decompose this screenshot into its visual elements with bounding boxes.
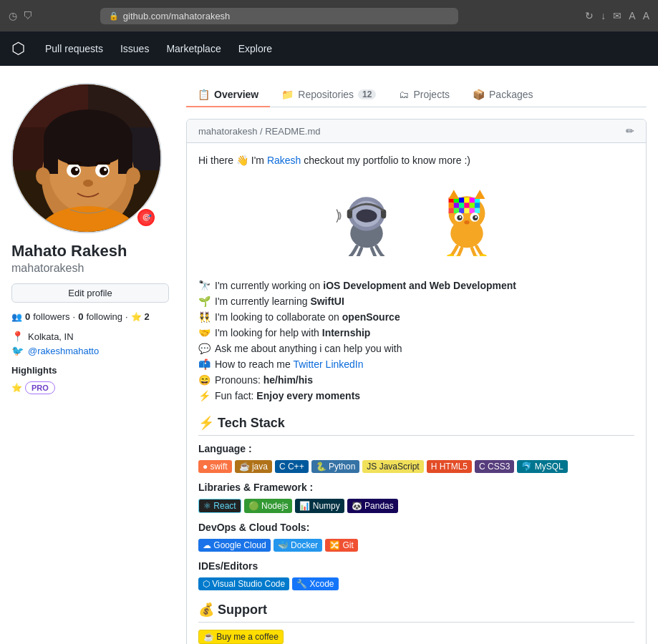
bullet-emoji: 🤝 bbox=[198, 327, 211, 338]
linkedin-link[interactable]: LinkedIn bbox=[326, 358, 364, 370]
tab-projects[interactable]: 🗂 Projects bbox=[387, 83, 461, 107]
download-icon[interactable]: ↓ bbox=[601, 10, 606, 21]
svg-point-20 bbox=[126, 167, 140, 185]
github-logo[interactable]: ⬡ bbox=[11, 39, 25, 58]
svg-rect-33 bbox=[464, 197, 469, 203]
svg-rect-38 bbox=[459, 203, 464, 208]
svg-point-18 bbox=[83, 180, 93, 187]
svg-rect-27 bbox=[381, 210, 386, 219]
repos-count: 12 bbox=[358, 89, 376, 99]
svg-rect-45 bbox=[464, 208, 469, 213]
twitter-link[interactable]: @rakeshmahatto bbox=[28, 346, 99, 356]
readme-edit-icon[interactable]: ✏ bbox=[626, 125, 634, 137]
followers-icon: 👥 bbox=[11, 312, 22, 322]
profile-icon-a2[interactable]: A bbox=[643, 10, 649, 21]
tab-overview[interactable]: 📋 Overview bbox=[186, 83, 270, 107]
badge-gcloud: ☁ Google Cloud bbox=[198, 539, 271, 552]
refresh-icon[interactable]: ↻ bbox=[585, 10, 594, 21]
tab-packages[interactable]: 📦 Packages bbox=[461, 83, 544, 107]
readme-breadcrumb: mahatorakesh / README.md bbox=[198, 126, 321, 137]
nav-issues[interactable]: Issues bbox=[112, 37, 158, 60]
badge-docker: 🐳 Docker bbox=[274, 539, 322, 552]
repos-icon: 📁 bbox=[281, 89, 294, 100]
devops-badges: ☁ Google Cloud 🐳 Docker 🔀 Git bbox=[198, 539, 634, 552]
svg-rect-26 bbox=[347, 210, 352, 219]
svg-point-54 bbox=[459, 216, 461, 218]
svg-rect-41 bbox=[474, 203, 479, 208]
octocat-2 bbox=[431, 185, 503, 256]
pro-badge-container: ⭐ PRO bbox=[11, 381, 169, 394]
badge-numpy: 📊 Numpy bbox=[295, 499, 344, 513]
edit-profile-button[interactable]: Edit profile bbox=[11, 283, 169, 303]
separator2: · bbox=[125, 311, 128, 322]
bullet-emoji: 📫 bbox=[198, 358, 211, 370]
twitter-readme-link[interactable]: Twitter bbox=[293, 358, 322, 370]
bullet-emoji: 👯 bbox=[198, 311, 211, 323]
mail-icon[interactable]: ✉ bbox=[613, 10, 621, 21]
highlights-section: Highlights ⭐ PRO bbox=[11, 365, 169, 394]
intro-rest: checkout my portfolio to know more :) bbox=[301, 155, 470, 166]
bullet-collaborate: 👯I'm looking to collaborate on openSourc… bbox=[198, 309, 634, 325]
badge-vscode: ⬡ Visual Studio Code bbox=[198, 577, 289, 590]
address-bar[interactable]: 🔒 github.com/mahatorakesh bbox=[100, 8, 458, 24]
badge-mysql: 🐬 MySQL bbox=[517, 460, 567, 473]
content-area: 📋 Overview 📁 Repositories 12 🗂 Projects … bbox=[186, 83, 647, 644]
back-icon[interactable]: ◷ bbox=[9, 10, 17, 21]
main-layout: 🎯 Mahato Rakesh mahatorakesh Edit profil… bbox=[0, 66, 658, 644]
svg-point-14 bbox=[75, 168, 78, 171]
following-count[interactable]: 0 bbox=[78, 311, 83, 322]
highlights-title: Highlights bbox=[11, 365, 169, 376]
buymecoffee-badge[interactable]: ☕ Buy me a coffee bbox=[198, 630, 284, 644]
avatar-container: 🎯 bbox=[11, 83, 162, 233]
badge-xcode: 🔧 Xcode bbox=[292, 577, 338, 590]
profile-name: Mahato Rakesh bbox=[11, 242, 169, 260]
svg-rect-40 bbox=[469, 203, 474, 208]
followers-label: followers bbox=[33, 311, 69, 322]
badge-css3: C CSS3 bbox=[475, 460, 514, 473]
svg-rect-17 bbox=[96, 162, 110, 165]
sidebar: 🎯 Mahato Rakesh mahatorakesh Edit profil… bbox=[11, 83, 169, 644]
bullet-reach: 📫How to reach me Twitter LinkedIn bbox=[198, 356, 634, 372]
svg-point-25 bbox=[356, 210, 377, 223]
tab-repositories[interactable]: 📁 Repositories 12 bbox=[270, 83, 387, 107]
star-icon-highlight: ⭐ bbox=[11, 383, 22, 393]
nav-pull-requests[interactable]: Pull requests bbox=[37, 37, 112, 60]
overview-icon: 📋 bbox=[198, 89, 210, 100]
pro-badge: PRO bbox=[25, 381, 55, 394]
bullet-emoji: 💬 bbox=[198, 343, 211, 354]
badge-html5: H HTML5 bbox=[427, 460, 472, 473]
svg-rect-44 bbox=[459, 208, 464, 213]
svg-rect-42 bbox=[448, 208, 453, 213]
bullet-emoji: 🌱 bbox=[198, 296, 211, 307]
svg-rect-43 bbox=[453, 208, 458, 213]
nav-marketplace[interactable]: Marketplace bbox=[158, 37, 229, 60]
svg-rect-46 bbox=[469, 208, 474, 213]
profile-icon-a1[interactable]: A bbox=[629, 10, 635, 21]
rakesh-link[interactable]: Rakesh bbox=[267, 155, 301, 166]
packages-icon: 📦 bbox=[473, 89, 485, 100]
star-icon: ⭐ bbox=[131, 312, 142, 322]
location-icon: 📍 bbox=[11, 331, 24, 342]
nav-explore[interactable]: Explore bbox=[230, 37, 281, 60]
profile-meta: 📍 Kolkata, IN 🐦 @rakeshmahatto bbox=[11, 331, 169, 356]
bullet-text: How to reach me Twitter LinkedIn bbox=[215, 358, 364, 370]
bullet-text: Pronouns: he/him/his bbox=[215, 374, 313, 386]
following-label: following bbox=[86, 311, 122, 322]
svg-point-58 bbox=[453, 255, 461, 256]
bullet-emoji: ⚡ bbox=[198, 390, 211, 401]
language-badges: ● swift ☕ java C C++ 🐍 Python JS JavaScr… bbox=[198, 460, 634, 473]
shield-icon[interactable]: ⛉ bbox=[23, 10, 33, 21]
svg-rect-34 bbox=[469, 197, 474, 203]
location-text: Kolkata, IN bbox=[28, 331, 74, 342]
svg-point-19 bbox=[36, 167, 50, 185]
bullet-askme: 💬Ask me about anything i can help you wi… bbox=[198, 341, 634, 356]
bullet-emoji: 🔭 bbox=[198, 280, 211, 291]
svg-point-55 bbox=[475, 216, 477, 218]
svg-marker-49 bbox=[474, 190, 485, 199]
support-section: ☕ Buy me a coffee bbox=[198, 630, 634, 644]
github-nav: ⬡ Pull requests Issues Marketplace Explo… bbox=[0, 31, 658, 66]
followers-count[interactable]: 0 bbox=[25, 311, 30, 322]
bullet-emoji: 😄 bbox=[198, 374, 211, 386]
stars-count[interactable]: 2 bbox=[145, 311, 150, 322]
octocat-area bbox=[198, 177, 634, 263]
